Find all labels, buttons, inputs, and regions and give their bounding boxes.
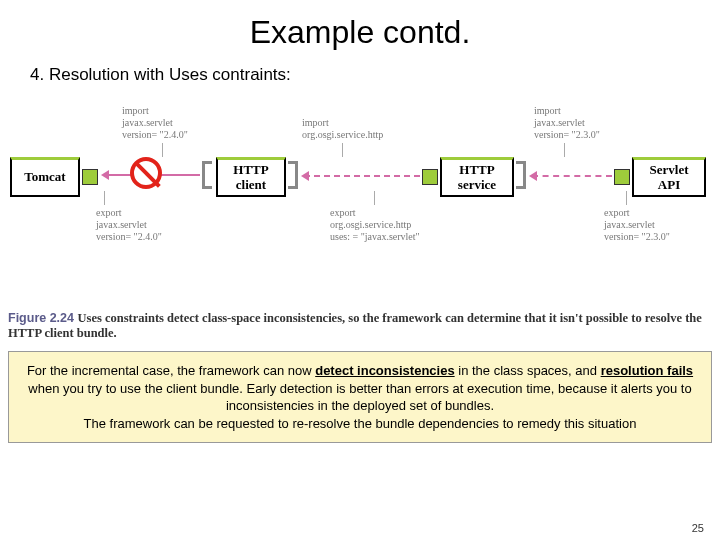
figure-caption: Figure 2.24 Uses constraints detect clas… [8, 311, 712, 341]
leader-line [374, 191, 375, 205]
label-import-1: import javax.servlet version= "2.4.0" [122, 105, 188, 141]
label-export-2: export org.osgi.service.http uses: = "ja… [330, 207, 420, 243]
note-bold-fails: resolution fails [601, 363, 693, 378]
label-import-3: import javax.servlet version= "2.3.0" [534, 105, 600, 141]
leader-line [626, 191, 627, 205]
bundle-tomcat: Tomcat [10, 157, 80, 197]
note-text: For the incremental case, the framework … [27, 363, 315, 378]
export-port-servlet-api [614, 169, 630, 185]
explanation-note: For the incremental case, the framework … [8, 351, 712, 443]
label-export-1: export javax.servlet version= "2.4.0" [96, 207, 162, 243]
bundle-diagram: Tomcat HTTP client HTTP service Servlet … [4, 95, 716, 305]
leader-line [564, 143, 565, 157]
wire-service-to-api [532, 175, 612, 177]
leader-line [162, 143, 163, 157]
note-text-2: The framework can be requested to re-res… [84, 416, 637, 431]
leader-line [342, 143, 343, 157]
slide-subtitle: 4. Resolution with Uses contraints: [30, 65, 720, 85]
note-text: when you try to use the client bundle. E… [28, 381, 691, 414]
wire-client-to-service [304, 175, 420, 177]
leader-line [104, 191, 105, 205]
note-text: in the class spaces, and [455, 363, 601, 378]
figure-caption-text: Uses constraints detect class-space inco… [8, 311, 702, 340]
import-port-client-left [202, 161, 212, 189]
bundle-servlet-api: Servlet API [632, 157, 706, 197]
note-bold-detect: detect inconsistencies [315, 363, 454, 378]
bundle-http-client: HTTP client [216, 157, 286, 197]
export-port-service-left [422, 169, 438, 185]
label-export-3: export javax.servlet version= "2.3.0" [604, 207, 670, 243]
prohibit-icon [130, 157, 162, 189]
page-number: 25 [692, 522, 704, 534]
slide-title: Example contd. [0, 14, 720, 51]
label-import-2: import org.osgi.service.http [302, 117, 383, 141]
bundle-http-service: HTTP service [440, 157, 514, 197]
figure-number: Figure 2.24 [8, 311, 74, 325]
